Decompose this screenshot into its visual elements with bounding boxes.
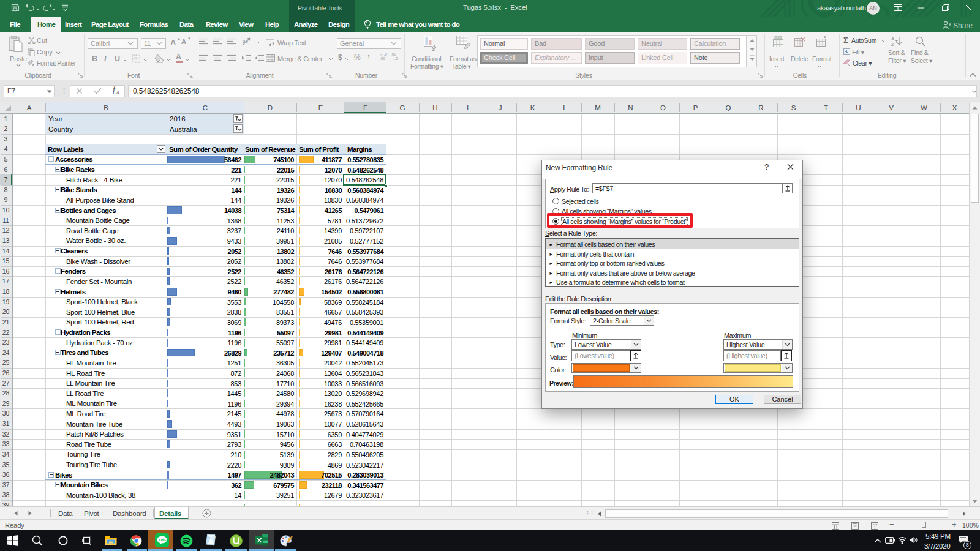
svg-text:LINE: LINE [159,538,167,542]
svg-text:Z: Z [891,42,894,47]
svg-text:ab: ab [243,39,248,44]
svg-text:A: A [891,36,895,42]
svg-text:≠: ≠ [432,47,435,51]
